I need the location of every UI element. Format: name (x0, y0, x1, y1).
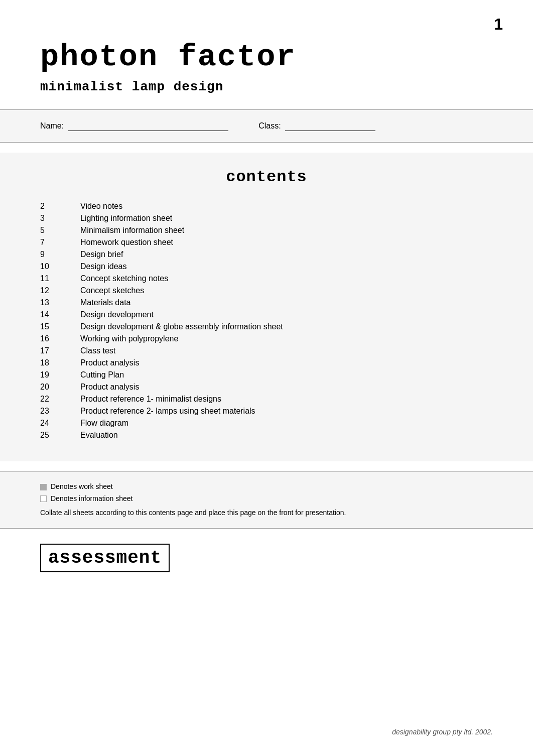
note-line-2: Denotes information sheet (51, 493, 132, 505)
contents-entry-text: Materials data (80, 297, 493, 309)
contents-page-num: 15 (40, 321, 80, 333)
contents-page-num: 13 (40, 297, 80, 309)
table-row: 14Design development (40, 309, 493, 321)
note-row-1: Denotes work sheet (40, 481, 493, 493)
table-row: 16Working with polypropylene (40, 333, 493, 345)
note-line-1: Denotes work sheet (51, 481, 113, 493)
footer-text: designability group pty ltd. 2002. (392, 728, 493, 736)
contents-page-num: 7 (40, 236, 80, 248)
contents-entry-text: Design development & globe assembly info… (80, 321, 493, 333)
table-row: 15Design development & globe assembly in… (40, 321, 493, 333)
contents-page-num: 2 (40, 200, 80, 212)
table-row: 2Video notes (40, 200, 493, 212)
table-row: 20Product analysis (40, 381, 493, 393)
contents-page-num: 16 (40, 333, 80, 345)
contents-entry-text: Video notes (80, 200, 493, 212)
table-row: 17Class test (40, 345, 493, 357)
table-row: 3Lighting information sheet (40, 212, 493, 224)
contents-page-num: 18 (40, 357, 80, 369)
contents-page-num: 5 (40, 224, 80, 236)
contents-page-num: 12 (40, 285, 80, 297)
table-row: 13Materials data (40, 297, 493, 309)
footer: designability group pty ltd. 2002. (392, 728, 493, 736)
contents-entry-text: Product analysis (80, 381, 493, 393)
contents-page-num: 24 (40, 417, 80, 429)
work-sheet-icon (40, 484, 47, 490)
page-subtitle: minimalist lamp design (40, 79, 493, 94)
contents-entry-text: Cutting Plan (80, 369, 493, 381)
table-row: 11Concept sketching notes (40, 273, 493, 285)
class-label: Class: (258, 121, 281, 131)
contents-page-num: 9 (40, 248, 80, 261)
assessment-heading: assessment (40, 544, 170, 572)
class-input-line[interactable] (285, 121, 375, 131)
contents-entry-text: Design development (80, 309, 493, 321)
contents-entry-text: Lighting information sheet (80, 212, 493, 224)
page: 1 photon factor minimalist lamp design N… (0, 0, 533, 756)
main-content: photon factor minimalist lamp design (0, 0, 533, 94)
contents-heading: contents (40, 168, 493, 186)
contents-entry-text: Product reference 1- minimalist designs (80, 393, 493, 405)
contents-entry-text: Working with polypropylene (80, 333, 493, 345)
mid-divider (0, 142, 533, 143)
contents-entry-text: Class test (80, 345, 493, 357)
name-class-section: Name: Class: (0, 110, 533, 142)
contents-page-num: 17 (40, 345, 80, 357)
table-row: 12Concept sketches (40, 285, 493, 297)
table-row: 22Product reference 1- minimalist design… (40, 393, 493, 405)
table-row: 23Product reference 2- lamps using sheet… (40, 405, 493, 417)
page-number: 1 (494, 15, 503, 34)
contents-entry-text: Homework question sheet (80, 236, 493, 248)
table-row: 10Design ideas (40, 261, 493, 273)
contents-page-num: 23 (40, 405, 80, 417)
table-row: 9Design brief (40, 248, 493, 261)
table-row: 25Evaluation (40, 429, 493, 441)
table-row: 24Flow diagram (40, 417, 493, 429)
name-label: Name: (40, 121, 64, 131)
contents-entry-text: Concept sketching notes (80, 273, 493, 285)
info-sheet-icon (40, 495, 47, 502)
assessment-section: assessment (0, 534, 533, 572)
contents-table: 2Video notes3Lighting information sheet5… (40, 200, 493, 441)
note-line-3: Collate all sheets according to this con… (40, 507, 493, 519)
contents-page-num: 10 (40, 261, 80, 273)
contents-entry-text: Product reference 2- lamps using sheet m… (80, 405, 493, 417)
contents-section: contents 2Video notes3Lighting informati… (0, 153, 533, 461)
note-row-2: Denotes information sheet (40, 493, 493, 505)
page-title: photon factor (40, 40, 493, 74)
contents-page-num: 25 (40, 429, 80, 441)
contents-page-num: 20 (40, 381, 80, 393)
contents-page-num: 14 (40, 309, 80, 321)
table-row: 5Minimalism information sheet (40, 224, 493, 236)
contents-entry-text: Product analysis (80, 357, 493, 369)
contents-entry-text: Minimalism information sheet (80, 224, 493, 236)
name-input-line[interactable] (68, 121, 228, 131)
table-row: 7Homework question sheet (40, 236, 493, 248)
contents-entry-text: Design ideas (80, 261, 493, 273)
contents-page-num: 3 (40, 212, 80, 224)
contents-entry-text: Flow diagram (80, 417, 493, 429)
table-row: 18Product analysis (40, 357, 493, 369)
contents-page-num: 19 (40, 369, 80, 381)
contents-entry-text: Concept sketches (80, 285, 493, 297)
contents-page-num: 22 (40, 393, 80, 405)
contents-entry-text: Evaluation (80, 429, 493, 441)
contents-entry-text: Design brief (80, 248, 493, 261)
table-row: 19Cutting Plan (40, 369, 493, 381)
assessment-divider (0, 528, 533, 529)
notes-section: Denotes work sheet Denotes information s… (0, 471, 533, 528)
contents-page-num: 11 (40, 273, 80, 285)
